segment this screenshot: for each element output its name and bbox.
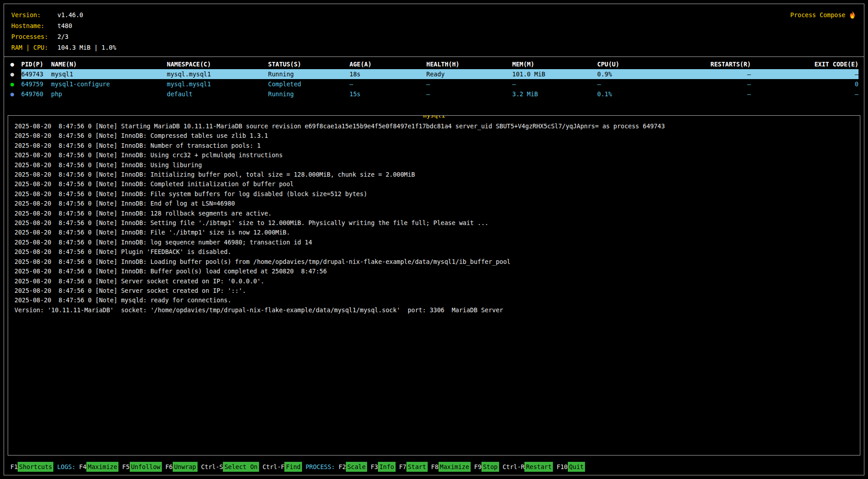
column-header-cpu: CPU(U) [597,59,674,69]
shortcut-button[interactable]: Stop [481,462,499,472]
flame-icon [849,11,856,19]
shortcut-button[interactable]: Unfollow [130,462,162,472]
shortcut-button[interactable]: Shortcuts [18,462,53,472]
column-header-age: AGE(A) [349,59,426,69]
shortcut-key: F6 [165,462,173,472]
process-compose-app: Version:v1.46.0 Hostname:t480 Processes:… [4,4,864,475]
header-field-version: Version:v1.46.0 [11,9,857,20]
log-line: 2025-08-20 8:47:56 0 [Note] InnoDB: log … [14,238,854,247]
shortcut-segment: F10Quit [557,462,585,472]
cell-namespace: mysql.mysql1 [167,79,268,89]
column-header-namespace: NAMESPACE(C) [167,59,268,69]
header-field-processes: Processes:2/3 [11,31,857,42]
column-header-exit-code: EXIT CODE(E) [751,59,859,69]
cell-cpu: 0.1% [597,89,674,99]
cell-exit-code: – [751,89,859,99]
cell-name: php [51,89,167,99]
cell-name: mysql1-configure [51,79,167,89]
cell-health: – [426,89,512,99]
log-line: 2025-08-20 8:47:56 0 [Note] InnoDB: End … [14,199,854,208]
version-label: Version: [11,9,57,20]
shortcut-button[interactable]: Find [284,462,302,472]
log-line: 2025-08-20 8:47:56 0 [Note] Starting Mar… [14,122,854,131]
column-header-mem: MEM(M) [512,59,597,69]
shortcut-segment: F6Unwrap [165,462,198,472]
column-header-restarts: RESTARTS(R) [674,59,751,69]
shortcut-segment: Ctrl-FFind [263,462,302,472]
shortcut-key: F5 [122,462,129,472]
log-line: 2025-08-20 8:47:56 0 [Note] InnoDB: Numb… [14,141,854,150]
log-line: Version: '10.11.11-MariaDB' socket: '/ho… [14,305,854,315]
process-row[interactable]: ●649743mysql1mysql.mysql1Running18sReady… [9,69,859,79]
shortcut-category-label: PROCESS: [306,462,335,472]
shortcut-key: F3 [371,462,378,472]
log-panel-body: 2025-08-20 8:47:56 0 [Note] Starting Mar… [14,122,854,315]
shortcut-button[interactable]: Maximize [439,462,471,472]
process-row[interactable]: ●649760phpdefaultRunning15s–3.2 MiB0.1%–… [9,89,859,99]
process-status-dot-icon: ● [9,69,21,79]
shortcut-key: F1 [10,462,18,472]
shortcut-key: F2 [339,462,346,472]
shortcut-segment: Ctrl-RRestart [503,462,553,472]
shortcut-key: F8 [431,462,439,472]
log-line: 2025-08-20 8:47:56 0 [Note] InnoDB: File… [14,228,854,237]
shortcut-button[interactable]: Unwrap [173,462,198,472]
cell-exit-code: 0 [751,79,859,89]
log-line: 2025-08-20 8:47:56 0 [Note] Plugin 'FEED… [14,247,854,257]
hostname-label: Hostname: [11,20,57,31]
log-line: 2025-08-20 8:47:56 0 [Note] mysqld: read… [14,296,854,305]
cell-status: Completed [268,79,349,89]
shortcut-button[interactable]: Restart [524,462,553,472]
cell-cpu: – [597,79,674,89]
shortcut-key: F7 [399,462,406,472]
cell-mem: 101.0 MiB [512,69,597,79]
shortcut-button[interactable]: Quit [568,462,585,472]
shortcut-bar: F1ShortcutsLOGS:F4MaximizeF5UnfollowF6Un… [4,462,864,475]
log-line: 2025-08-20 8:47:56 0 [Note] InnoDB: Usin… [14,160,854,170]
cell-namespace: mysql.mysql1 [167,69,268,79]
shortcut-key: F10 [557,462,567,472]
log-line: 2025-08-20 8:47:56 0 [Note] InnoDB: 128 … [14,209,854,218]
cell-name: mysql1 [51,69,167,79]
process-table-body: ●649743mysql1mysql.mysql1Running18sReady… [9,69,859,99]
column-header-name: NAME(N) [51,59,167,69]
shortcut-button[interactable]: Scale [346,462,367,472]
cell-cpu: 0.9% [597,69,674,79]
shortcut-segment: F3Info [371,462,396,472]
log-line: 2025-08-20 8:47:56 0 [Note] InnoDB: Load… [14,257,854,267]
log-panel[interactable]: mysql1 2025-08-20 8:47:56 0 [Note] Start… [8,115,860,456]
shortcut-button[interactable]: Start [406,462,428,472]
cell-pid: 649760 [21,89,51,99]
shortcut-segment: F9Stop [474,462,499,472]
shortcut-key: Ctrl-R [503,462,525,472]
shortcut-key: F9 [474,462,481,472]
log-line: 2025-08-20 8:47:56 0 [Note] InnoDB: Comp… [14,131,854,141]
cell-mem: – [512,79,597,89]
shortcut-segment: F1Shortcuts [10,462,53,472]
column-header-pid: PID(P) [21,59,51,69]
processes-value: 2/3 [57,33,68,40]
shortcut-segment: F4Maximize [79,462,118,472]
cell-pid: 649759 [21,79,51,89]
cell-health: Ready [426,69,512,79]
cell-health: – [426,79,512,89]
log-line: 2025-08-20 8:47:56 0 [Note] InnoDB: File… [14,189,854,199]
cell-status: Running [268,69,349,79]
cell-age: 18s [349,69,426,79]
cell-restarts: – [674,79,751,89]
shortcut-category-label: LOGS: [57,462,75,472]
shortcut-button[interactable]: Info [378,462,396,472]
shortcut-key: Ctrl-F [263,462,285,472]
shortcut-segment: LOGS: [57,462,75,472]
log-line: 2025-08-20 8:47:56 0 [Note] Server socke… [14,277,854,286]
cell-age: 15s [349,89,426,99]
cell-mem: 3.2 MiB [512,89,597,99]
hostname-value: t480 [57,22,72,29]
shortcut-button[interactable]: Select On [223,462,259,472]
process-table: ●PID(P)NAME(N)NAMESPACE(C)STATUS(S)AGE(A… [4,57,864,99]
header-dot-icon: ● [9,59,21,69]
process-status-dot-icon: ● [9,89,21,99]
shortcut-button[interactable]: Maximize [86,462,118,472]
log-line: 2025-08-20 8:47:56 0 [Note] InnoDB: Comp… [14,179,854,189]
process-row[interactable]: ●649759mysql1-configuremysql.mysql1Compl… [9,79,859,89]
